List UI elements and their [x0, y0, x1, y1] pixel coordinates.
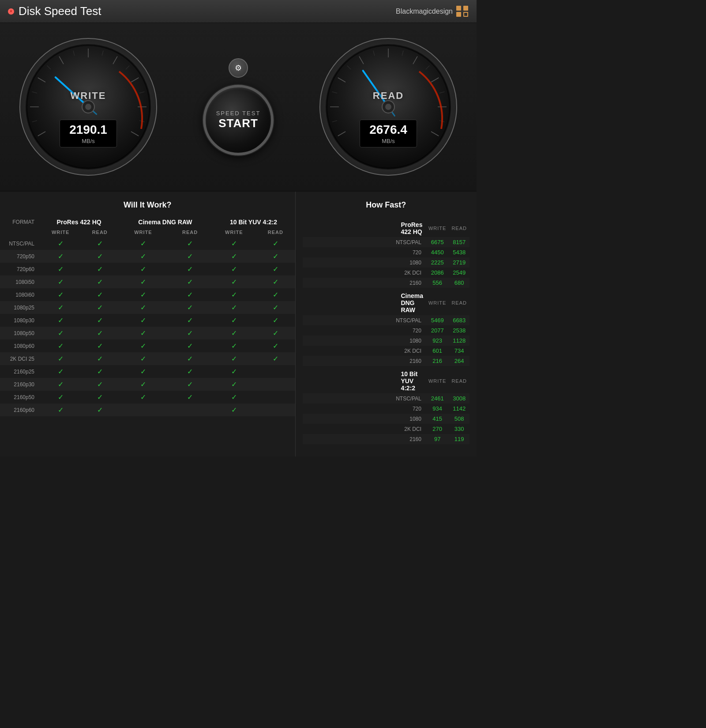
hf-data-row: 2160 97 119 [303, 434, 469, 444]
brand-squares [456, 6, 469, 17]
check-cell: ✓ [40, 378, 81, 391]
check-cell: ✓ [256, 327, 295, 339]
hf-format-cell: 1080 [303, 414, 426, 424]
check-cell: ✓ [212, 339, 256, 352]
check-cell: ✓ [118, 237, 168, 250]
read-unit: MB/s [367, 138, 409, 144]
check-cell: ✓ [212, 263, 256, 275]
hf-write-val: 6675 [426, 237, 449, 247]
write-gauge-svg [18, 36, 159, 177]
hf-read-col: READ [449, 288, 469, 315]
check-cell: ✓ [81, 352, 118, 365]
table-row: 2160p25✓✓✓✓✓ [0, 365, 295, 378]
check-cell: ✓ [168, 263, 212, 275]
start-button[interactable]: SPEED TEST START [203, 85, 274, 155]
hf-format-cell: 720 [303, 247, 426, 257]
titlebar-left: × Disk Speed Test [8, 4, 101, 18]
prores-header: ProRes 422 HQ [40, 217, 118, 227]
check-cell: ✓ [256, 237, 295, 250]
check-cell: ✓ [168, 327, 212, 339]
hf-write-val: 415 [426, 414, 449, 424]
hf-format-cell: NTSC/PAL [303, 393, 426, 404]
hf-format-cell: 2160 [303, 278, 426, 288]
hf-group-name: ProRes 422 HQ [398, 217, 426, 237]
check-cell: ✓ [256, 314, 295, 327]
check-cell: ✓ [40, 301, 81, 314]
hf-write-val: 2225 [426, 257, 449, 268]
check-cell: ✓ [212, 275, 256, 288]
app-title: Disk Speed Test [19, 4, 101, 18]
hf-read-val: 680 [449, 278, 469, 288]
how-fast-title: How Fast? [303, 200, 469, 210]
hf-write-col: WRITE [426, 217, 449, 237]
check-cell: ✓ [118, 378, 168, 391]
hf-read-val: 508 [449, 414, 469, 424]
write-value-box: 2190.1 MB/s [60, 120, 117, 147]
format-cell: 720p60 [0, 263, 40, 275]
format-cell: 1080i50 [0, 275, 40, 288]
gear-button[interactable]: ⚙ [229, 58, 248, 78]
check-cell: ✓ [40, 314, 81, 327]
brand-sq-2 [463, 6, 468, 11]
hf-write-val: 556 [426, 278, 449, 288]
hf-read-val: 119 [449, 434, 469, 444]
how-fast-panel: How Fast? ProRes 422 HQ WRITE READ NTSC/… [296, 192, 477, 456]
table-row: 1080i60✓✓✓✓✓✓ [0, 288, 295, 301]
check-cell: ✓ [256, 339, 295, 352]
check-cell: ✓ [40, 404, 81, 416]
check-cell: ✓ [81, 391, 118, 404]
check-cell: ✓ [118, 275, 168, 288]
brand-sq-3 [456, 12, 461, 17]
cdng-write-header: WRITE [118, 227, 168, 237]
hf-format-cell: 720 [303, 404, 426, 414]
check-cell: ✓ [81, 339, 118, 352]
format-cell: 2K DCI 25 [0, 352, 40, 365]
check-cell: ✓ [81, 250, 118, 263]
hf-group-name: 10 Bit YUV 4:2:2 [398, 366, 426, 393]
table-row: 2160p30✓✓✓✓✓ [0, 378, 295, 391]
hf-format-cell: NTSC/PAL [303, 315, 426, 325]
will-it-work-title: Will It Work? [0, 200, 295, 210]
hf-write-val: 5469 [426, 315, 449, 325]
brand-name: Blackmagicdesign [396, 8, 453, 15]
check-cell: ✓ [212, 404, 256, 416]
hf-data-row: NTSC/PAL 2461 3008 [303, 393, 469, 404]
check-cell: ✓ [118, 327, 168, 339]
close-button[interactable]: × [8, 8, 14, 15]
hf-write-val: 216 [426, 356, 449, 366]
hf-section-name [303, 217, 398, 237]
hf-format-cell: NTSC/PAL [303, 237, 426, 247]
check-cell: ✓ [256, 275, 295, 288]
format-cell: 2160p50 [0, 391, 40, 404]
table-row: 1080p25✓✓✓✓✓✓ [0, 301, 295, 314]
hf-section-name [303, 288, 398, 315]
write-label: WRITE [71, 90, 106, 102]
prores-read-header: READ [81, 227, 118, 237]
hf-read-val: 264 [449, 356, 469, 366]
hf-read-col: READ [449, 217, 469, 237]
hf-data-row: 2K DCI 2086 2549 [303, 268, 469, 278]
hf-data-row: NTSC/PAL 6675 8157 [303, 237, 469, 247]
table-row: 720p60✓✓✓✓✓✓ [0, 263, 295, 275]
read-value-box: 2676.4 MB/s [360, 120, 417, 147]
check-cell: ✓ [81, 288, 118, 301]
check-cell [118, 404, 168, 416]
hf-group-name: Cinema DNG RAW [398, 288, 426, 315]
check-cell: ✓ [81, 275, 118, 288]
hf-data-row: 2K DCI 270 330 [303, 424, 469, 434]
format-header: FORMAT [0, 217, 40, 227]
check-cell: ✓ [40, 365, 81, 378]
hf-read-val: 8157 [449, 237, 469, 247]
table-row: NTSC/PAL✓✓✓✓✓✓ [0, 237, 295, 250]
cdng-header: Cinema DNG RAW [118, 217, 212, 227]
hf-data-row: 2160 216 264 [303, 356, 469, 366]
check-cell: ✓ [168, 339, 212, 352]
format-cell: 1080p60 [0, 339, 40, 352]
hf-data-row: NTSC/PAL 5469 6683 [303, 315, 469, 325]
check-cell [168, 404, 212, 416]
check-cell: ✓ [118, 250, 168, 263]
read-label: READ [373, 90, 404, 102]
check-cell: ✓ [168, 352, 212, 365]
check-cell: ✓ [81, 237, 118, 250]
check-cell: ✓ [256, 250, 295, 263]
